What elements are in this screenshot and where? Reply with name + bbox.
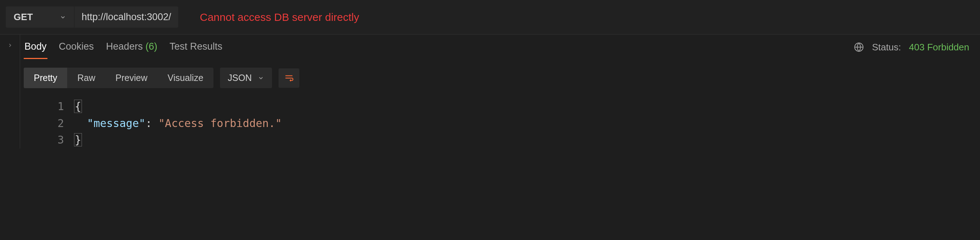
line-number: 3 (20, 132, 74, 149)
view-mode-segment: Pretty Raw Preview Visualize (24, 68, 213, 88)
wrap-lines-icon (284, 74, 294, 83)
chevron-right-icon (7, 42, 13, 48)
response-area: Body Cookies Headers (6) Test Results St… (0, 34, 980, 149)
open-brace: { (74, 100, 82, 113)
body-format-label: JSON (228, 73, 252, 83)
response-main: Body Cookies Headers (6) Test Results St… (20, 35, 980, 149)
response-tabs: Body Cookies Headers (6) Test Results (24, 41, 223, 59)
view-mode-pretty[interactable]: Pretty (24, 68, 67, 88)
http-method-label: GET (14, 11, 33, 23)
tab-headers[interactable]: Headers (6) (105, 41, 158, 59)
chevron-down-icon (258, 75, 264, 81)
status-value: 403 Forbidden (909, 42, 969, 53)
response-collapse-toggle[interactable] (0, 35, 20, 149)
view-mode-row: Pretty Raw Preview Visualize JSON (20, 59, 980, 93)
response-tabs-row: Body Cookies Headers (6) Test Results St… (20, 35, 980, 59)
chevron-down-icon (60, 14, 66, 21)
code-line: 2 "message": "Access forbidden." (20, 115, 980, 132)
json-value: "Access forbidden." (159, 117, 282, 130)
http-method-select[interactable]: GET (6, 6, 74, 28)
globe-icon[interactable] (854, 42, 864, 52)
wrap-lines-button[interactable] (278, 68, 299, 88)
view-mode-preview[interactable]: Preview (105, 68, 158, 88)
code-line: 1 { (20, 98, 980, 115)
tab-cookies[interactable]: Cookies (58, 41, 95, 59)
code-line: 3 } (20, 132, 980, 149)
tab-headers-count: (6) (146, 41, 158, 52)
status-label: Status: (872, 42, 901, 53)
body-format-select[interactable]: JSON (220, 68, 272, 88)
view-mode-visualize[interactable]: Visualize (158, 68, 213, 88)
view-mode-raw[interactable]: Raw (67, 68, 105, 88)
tab-test-results[interactable]: Test Results (169, 41, 223, 59)
tab-headers-label: Headers (106, 41, 143, 52)
tab-body[interactable]: Body (24, 41, 48, 59)
line-number: 1 (20, 98, 74, 115)
annotation-text: Cannot access DB server directly (200, 11, 360, 23)
request-url-input[interactable] (74, 6, 178, 28)
json-colon: : (146, 117, 159, 130)
json-key: "message" (87, 117, 146, 130)
close-brace: } (74, 133, 82, 146)
line-number: 2 (20, 115, 74, 132)
response-body-code[interactable]: 1 { 2 "message": "Access forbidden." 3 } (20, 93, 980, 149)
request-bar: GET Cannot access DB server directly (0, 0, 980, 34)
response-status-group: Status: 403 Forbidden (854, 42, 977, 59)
